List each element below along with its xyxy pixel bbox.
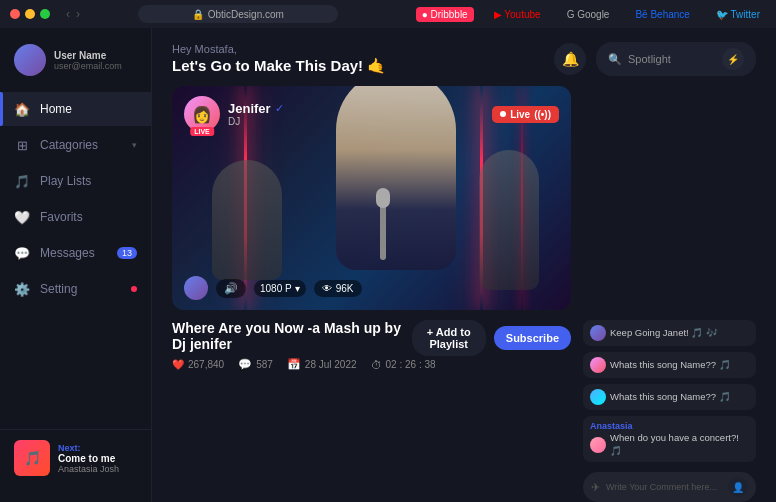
chat-send-button[interactable]: 👤: [728, 477, 748, 497]
chat-text: Whats this song Name?? 🎵: [610, 359, 731, 371]
verified-icon: ✓: [275, 102, 284, 115]
chat-input[interactable]: Write Your Comment here...: [606, 482, 722, 492]
video-overlay-top: 👩 LIVE Jenifer ✓ DJ: [172, 96, 571, 132]
filter-button[interactable]: ⚡: [722, 48, 744, 70]
categories-icon: ⊞: [14, 137, 30, 153]
home-icon: 🏠: [14, 101, 30, 117]
sidebar-profile: User Name user@email.com: [0, 44, 151, 92]
next-label: Next:: [58, 443, 137, 453]
chat-avatar-row: When do you have a concert?! 🎵: [590, 432, 749, 457]
video-background: 👩 LIVE Jenifer ✓ DJ: [172, 86, 571, 310]
header-actions: 🔔 🔍 Spotlight ⚡: [554, 42, 756, 76]
quality-selector[interactable]: 1080 P ▾: [254, 280, 306, 297]
messages-badge: 13: [117, 247, 137, 259]
profile-name: User Name: [54, 50, 122, 61]
live-pulse-dot: [500, 111, 506, 117]
drummer-figure: [212, 160, 282, 280]
chat-avatar-row: Whats this song Name?? 🎵: [590, 389, 749, 405]
chat-input-area[interactable]: ✈ Write Your Comment here... 👤: [583, 472, 756, 502]
duration: ⏱ 02 : 26 : 38: [371, 359, 436, 371]
microphone: [380, 200, 386, 260]
tab-youtube[interactable]: ▶ Youtube: [488, 7, 547, 22]
now-playing[interactable]: 🎵 Next: Come to me Anastasia Josh: [14, 440, 137, 476]
messages-icon: 💬: [14, 245, 30, 261]
sidebar-item-label: Messages: [40, 246, 107, 260]
chevron-down-icon: ▾: [132, 140, 137, 150]
views-count: 👁 96K: [314, 280, 362, 297]
comments-count: 💬 587: [238, 358, 273, 371]
browser-nav[interactable]: ‹ ›: [66, 7, 80, 21]
video-info: Where Are you Now -a Mash up by Dj jenif…: [172, 310, 571, 371]
search-placeholder-text: Spotlight: [628, 53, 716, 65]
video-title: Where Are you Now -a Mash up by Dj jenif…: [172, 320, 412, 352]
chat-text: When do you have a concert?! 🎵: [610, 432, 749, 457]
avatar: [14, 44, 46, 76]
calendar-icon: 📅: [287, 358, 301, 371]
playlists-icon: 🎵: [14, 173, 30, 189]
app-container: User Name user@email.com 🏠 Home ⊞ Catago…: [0, 28, 776, 502]
chat-message-4: Anastasia When do you have a concert?! 🎵: [583, 416, 756, 462]
audio-button[interactable]: 🔊: [216, 279, 246, 298]
header-title: Let's Go to Make This Day! 🤙: [172, 57, 386, 75]
clock-icon: ⏱: [371, 359, 382, 371]
content-area: 👩 LIVE Jenifer ✓ DJ: [152, 86, 776, 502]
settings-notification-dot: [131, 286, 137, 292]
tab-behance[interactable]: Bē Behance: [629, 7, 696, 22]
url-bar[interactable]: 🔒 ObticDesign.com: [138, 5, 338, 23]
sidebar-item-favorites[interactable]: 🤍 Favorits: [0, 200, 151, 234]
live-badge: LIVE: [190, 127, 214, 136]
add-to-playlist-button[interactable]: + Add to Playlist: [412, 320, 486, 356]
maximize-button[interactable]: [40, 9, 50, 19]
streamer-avatar-wrap: 👩 LIVE: [184, 96, 220, 132]
streamer-handle: DJ: [228, 116, 284, 127]
video-player[interactable]: 👩 LIVE Jenifer ✓ DJ: [172, 86, 571, 310]
profile-subtitle: user@email.com: [54, 61, 122, 71]
browser-tabs: ● Dribbble ▶ Youtube G Google Bē Behance…: [416, 7, 766, 22]
streamer-name: Jenifer: [228, 101, 271, 116]
likes-count: ❤️ 267,840: [172, 359, 224, 370]
tab-twitter[interactable]: 🐦 Twitter: [710, 7, 766, 22]
settings-icon: ⚙️: [14, 281, 30, 297]
sidebar-item-categories[interactable]: ⊞ Catagories ▾: [0, 128, 151, 162]
chat-user-avatar: [590, 437, 606, 453]
window-controls[interactable]: [10, 9, 50, 19]
minimize-button[interactable]: [25, 9, 35, 19]
now-playing-section: 🎵 Next: Come to me Anastasia Josh: [0, 429, 151, 486]
chat-text: Keep Going Janet! 🎵 🎶: [610, 327, 718, 339]
sidebar: User Name user@email.com 🏠 Home ⊞ Catago…: [0, 28, 152, 502]
chat-user-avatar: [590, 389, 606, 405]
close-button[interactable]: [10, 9, 20, 19]
chat-message-1: Keep Going Janet! 🎵 🎶: [583, 320, 756, 346]
sidebar-item-label: Home: [40, 102, 137, 116]
notification-bell-button[interactable]: 🔔: [554, 43, 586, 75]
now-playing-artist: Anastasia Josh: [58, 464, 137, 474]
search-bar[interactable]: 🔍 Spotlight ⚡: [596, 42, 756, 76]
streamer-info: 👩 LIVE Jenifer ✓ DJ: [184, 96, 284, 132]
chat-messages: Keep Going Janet! 🎵 🎶 Whats this song Na…: [583, 86, 756, 468]
chat-avatar-row: Keep Going Janet! 🎵 🎶: [590, 325, 749, 341]
chat-send-icon: ✈: [591, 481, 600, 494]
upload-date: 📅 28 Jul 2022: [287, 358, 357, 371]
right-person-figure: [479, 150, 539, 290]
greeting-text: Hey Mostafa,: [172, 43, 386, 55]
video-actions: + Add to Playlist Subscribe: [412, 320, 571, 356]
chat-message-3: Whats this song Name?? 🎵: [583, 384, 756, 410]
chat-username: Anastasia: [590, 421, 749, 431]
video-controls: 🔊 1080 P ▾ 👁 96K: [172, 276, 571, 300]
now-playing-title: Come to me: [58, 453, 137, 464]
chat-user-avatar: [590, 357, 606, 373]
sidebar-item-label: Favorits: [40, 210, 137, 224]
sidebar-item-settings[interactable]: ⚙️ Setting: [0, 272, 151, 306]
sidebar-item-messages[interactable]: 💬 Messages 13: [0, 236, 151, 270]
sidebar-item-label: Play Lists: [40, 174, 137, 188]
now-playing-info: Next: Come to me Anastasia Josh: [58, 443, 137, 474]
comment-icon: 💬: [238, 358, 252, 371]
subscribe-button[interactable]: Subscribe: [494, 326, 571, 350]
tab-dribbble[interactable]: ● Dribbble: [416, 7, 474, 22]
live-indicator: Live ((•)): [492, 106, 559, 123]
chat-text: Whats this song Name?? 🎵: [610, 391, 731, 403]
sidebar-item-home[interactable]: 🏠 Home: [0, 92, 151, 126]
tab-google[interactable]: G Google: [561, 7, 616, 22]
sidebar-item-playlists[interactable]: 🎵 Play Lists: [0, 164, 151, 198]
audio-icon: 🔊: [224, 282, 238, 295]
